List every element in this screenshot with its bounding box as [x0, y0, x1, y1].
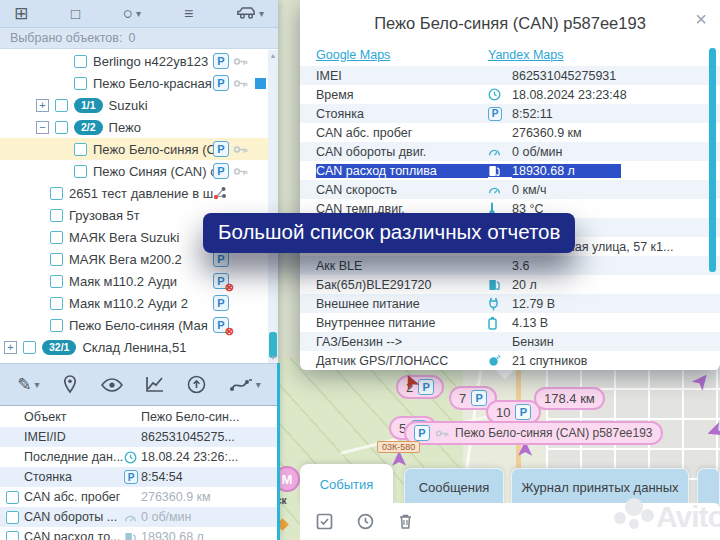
object-details-popup: Пежо Бело-синяя (CAN) p587ee193 × Google… — [300, 0, 720, 370]
eye-icon[interactable] — [101, 378, 123, 392]
tree-item[interactable]: Berlingo н422ув123 P — [0, 50, 268, 72]
chevron-down-icon[interactable]: ▾ — [35, 379, 40, 390]
detail-value: 0 об/мин — [512, 145, 563, 159]
checkbox[interactable] — [23, 341, 36, 354]
edit-tool[interactable]: ✎ ▾ — [17, 374, 39, 395]
checkbox[interactable] — [74, 165, 87, 178]
info-row: Стоянка P 8:54:54 — [0, 467, 278, 487]
tab-events[interactable]: События — [300, 464, 393, 505]
tree-item[interactable]: Пежо Синяя (CAN) с P — [0, 160, 268, 182]
map-object-pill[interactable]: P Пежо Бело-синяя (CAN) p587ee193 — [404, 421, 663, 445]
detail-row: Датчик GPS/ГЛОНАСС 21 спутников — [300, 351, 720, 370]
checkbox[interactable] — [74, 143, 87, 156]
checkbox[interactable] — [50, 297, 63, 310]
close-icon[interactable]: × — [695, 8, 707, 31]
detail-value: 862531045275931 — [512, 69, 616, 83]
google-maps-link[interactable]: Google Maps — [316, 48, 488, 62]
info-row: Последние дан... 18.08.24 23:26:... — [0, 447, 278, 467]
collapse-icon[interactable]: − — [36, 121, 49, 134]
expand-icon[interactable]: + — [4, 341, 17, 354]
key-icon — [435, 429, 450, 438]
info-value: 276360.9 км — [141, 490, 211, 504]
tree-item-label: Пежо Бело-красная — [93, 76, 212, 91]
radius-tool[interactable]: ○ ▾ — [123, 5, 141, 22]
parking-disabled-badge: P⊗ — [213, 273, 229, 289]
road-label: 03К-580 — [377, 441, 420, 453]
detail-row-selected[interactable]: CAN расход топлива 18930.68 л — [300, 161, 720, 180]
checkbox[interactable] — [74, 55, 87, 68]
popup-scrollbar[interactable] — [709, 48, 716, 272]
location-pin-icon[interactable] — [62, 375, 78, 394]
tree-item[interactable]: Пежо Бело-синяя (Мая P⊗ — [0, 314, 268, 336]
tree-group[interactable]: + 32/1 Склад Ленина,51 — [0, 336, 268, 358]
detail-label: Датчик GPS/ГЛОНАСС — [300, 354, 488, 368]
map-distance-pill[interactable]: 178.4 км — [534, 387, 605, 410]
detail-value: 276360.9 км — [512, 126, 582, 140]
parking-icon: P — [488, 107, 502, 121]
track-color-swatch — [255, 78, 266, 89]
chevron-down-icon[interactable]: ▾ — [136, 8, 141, 19]
tree-item-label: Маяк м110.2 Ауди — [69, 274, 177, 289]
chevron-down-icon[interactable]: ▾ — [256, 379, 261, 390]
parking-badge: P — [213, 53, 229, 69]
vehicle-filter[interactable]: ▾ — [236, 5, 264, 22]
tree-group[interactable]: − 2/2 Пежо — [0, 116, 268, 138]
clock-icon — [488, 88, 512, 101]
info-value: 8:54:54 — [141, 470, 183, 484]
group-count-badge: 2/2 — [74, 120, 103, 135]
checkbox[interactable] — [55, 99, 68, 112]
tab-label: События — [320, 477, 374, 492]
cluster-count: 10 — [496, 405, 510, 420]
checkbox[interactable] — [50, 319, 63, 332]
chart-icon[interactable] — [145, 376, 164, 393]
checkbox[interactable] — [50, 253, 63, 266]
tree-scrollbar[interactable]: ▲ ▼ — [268, 50, 278, 363]
checkbox[interactable] — [6, 511, 19, 524]
checkbox[interactable] — [50, 275, 63, 288]
tree-item[interactable]: Пежо Бело-красная P — [0, 72, 268, 94]
scroll-down-icon[interactable]: ▼ — [268, 354, 278, 361]
tree-item[interactable]: Маяк м110.2 Ауди 2 P — [0, 292, 268, 314]
checkbox[interactable] — [74, 77, 87, 90]
detail-row: IMEI 862531045275931 — [300, 66, 720, 85]
group-count-badge: 32/1 — [42, 340, 76, 355]
info-label: Объект — [24, 410, 124, 424]
yandex-maps-link[interactable]: Yandex Maps — [488, 48, 564, 62]
checkbox[interactable] — [50, 231, 63, 244]
detail-label: CAN скорость — [300, 183, 488, 197]
history-clock-icon[interactable] — [357, 513, 374, 530]
detail-value: Бензин — [512, 335, 554, 349]
expand-icon[interactable]: + — [36, 99, 49, 112]
info-row: CAN расход то... 18930.68 л — [0, 527, 278, 540]
select-area-icon[interactable]: □ — [71, 5, 80, 22]
tree-item[interactable]: Маяк м110.2 Ауди P⊗ — [0, 270, 268, 292]
info-value: 0 об/мин — [141, 510, 192, 524]
detail-label: Стоянка — [300, 107, 488, 121]
scroll-up-icon[interactable]: ▲ — [268, 52, 278, 59]
info-value: Пежо Бело-син... — [141, 410, 239, 424]
trash-icon[interactable] — [398, 513, 413, 530]
tree-item-selected[interactable]: Пежо Бело-синяя (С P — [0, 138, 268, 160]
key-icon — [233, 79, 249, 88]
checkbox[interactable] — [6, 491, 19, 504]
tree-item[interactable]: 2651 тест давление в ш — [0, 182, 268, 204]
list-icon[interactable]: ≡ — [184, 5, 193, 22]
info-value: 18930.68 л — [141, 530, 204, 540]
detail-row: CAN обороты двиг. 0 об/мин — [300, 142, 720, 161]
tree-group[interactable]: + 1/1 Suzuki — [0, 94, 268, 116]
tree-item-label: Пежо Бело-синяя (Мая — [69, 318, 208, 333]
select-all-checkbox-icon[interactable] — [316, 513, 333, 530]
tab-messages[interactable]: Сообщения — [404, 468, 504, 505]
clock-icon — [124, 451, 141, 464]
send-up-icon[interactable] — [187, 375, 206, 394]
checkbox[interactable] — [55, 121, 68, 134]
checkbox[interactable] — [50, 187, 63, 200]
add-group-icon[interactable]: ⊞ — [14, 5, 28, 22]
chevron-down-icon[interactable]: ▾ — [259, 8, 264, 19]
detail-label: CAN абс. пробег — [300, 126, 488, 140]
info-label: CAN расход то... — [24, 530, 124, 540]
vehicle-icon — [236, 5, 256, 22]
route-tool[interactable]: ▾ — [229, 377, 261, 393]
checkbox[interactable] — [50, 209, 63, 222]
checkbox[interactable] — [6, 531, 19, 540]
